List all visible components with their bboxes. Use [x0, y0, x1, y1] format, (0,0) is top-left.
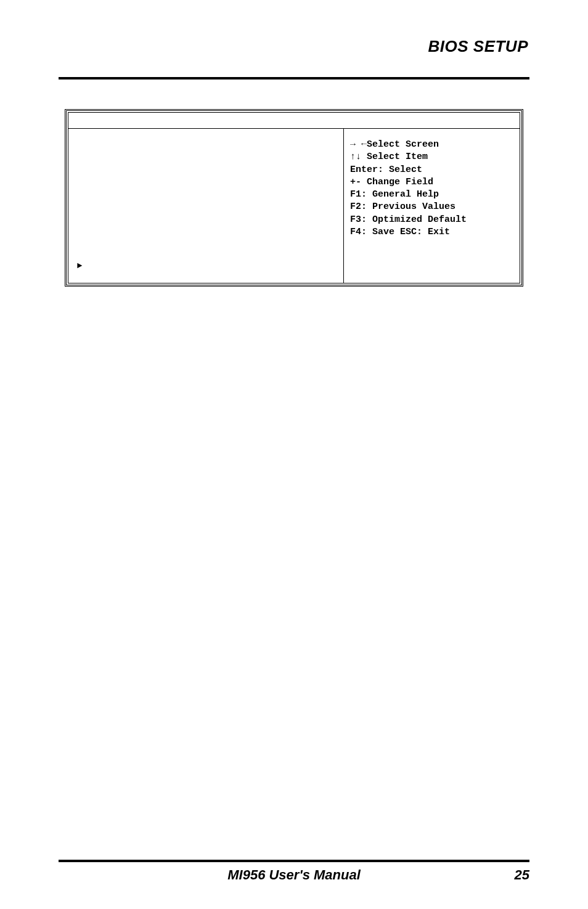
help-select-item: ↑↓ Select Item	[350, 151, 513, 163]
bios-help-pane: → ←Select Screen ↑↓ Select Item Enter: S…	[343, 129, 520, 283]
page-content: BIOS SETUP ► → ←Select Screen ↑↓ Select …	[59, 37, 529, 860]
submenu-marker-icon: ►	[77, 261, 338, 274]
top-rule	[59, 77, 529, 79]
bios-left-pane: ►	[68, 129, 343, 283]
manual-title: MI956 User's Manual	[227, 867, 361, 883]
help-f2: F2: Previous Values	[350, 201, 513, 213]
bios-titlebar	[68, 113, 520, 129]
page-footer: MI956 User's Manual 25	[59, 867, 529, 883]
help-enter-select: Enter: Select	[350, 164, 513, 176]
help-f4: F4: Save ESC: Exit	[350, 226, 513, 238]
bios-screen-inner: ► → ←Select Screen ↑↓ Select Item Enter:…	[68, 112, 520, 283]
section-header: BIOS SETUP	[59, 37, 529, 56]
help-change-field: +- Change Field	[350, 176, 513, 189]
help-f1: F1: General Help	[350, 189, 513, 201]
bios-columns: ► → ←Select Screen ↑↓ Select Item Enter:…	[68, 129, 520, 283]
help-select-screen: → ←Select Screen	[350, 139, 513, 151]
page-number: 25	[515, 867, 529, 883]
bottom-rule	[59, 860, 529, 862]
help-f3: F3: Optimized Default	[350, 214, 513, 226]
bios-screen-box: ► → ←Select Screen ↑↓ Select Item Enter:…	[65, 109, 523, 287]
